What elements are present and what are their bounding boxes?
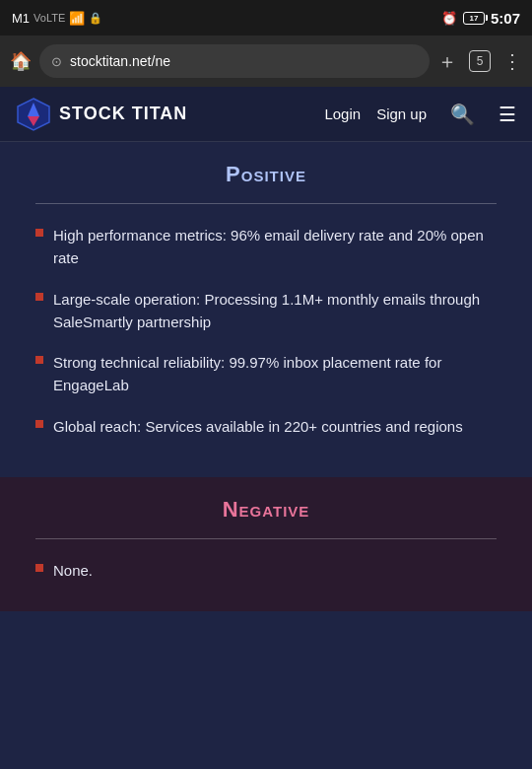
home-icon[interactable]: 🏠 <box>10 50 32 72</box>
signal-icon: 📶 <box>69 11 85 26</box>
positive-divider <box>35 203 497 204</box>
carrier-text: M1 <box>12 11 30 26</box>
positive-item-2: Large-scale operation: Processing 1.1M+ … <box>53 288 497 334</box>
list-item: Strong technical reliability: 99.97% inb… <box>35 351 497 397</box>
negative-divider <box>35 538 497 539</box>
negative-section: Negative None. <box>0 477 532 611</box>
logo-icon <box>16 97 51 132</box>
site-header: STOCK TITAN Login Sign up 🔍 ☰ <box>0 87 532 142</box>
login-link[interactable]: Login <box>324 105 361 122</box>
positive-list: High performance metrics: 96% email deli… <box>35 224 497 438</box>
time-display: 5:07 <box>491 10 520 27</box>
negative-item-1: None. <box>53 559 93 582</box>
nav-links: Login Sign up 🔍 ☰ <box>324 103 516 126</box>
browser-actions: ＋ 5 ⋮ <box>437 48 522 75</box>
browser-bar: 🏠 ⊙ stocktitan.net/ne ＋ 5 ⋮ <box>0 35 532 87</box>
bullet-icon <box>35 564 43 572</box>
tab-count[interactable]: 5 <box>469 50 491 72</box>
menu-icon[interactable]: ☰ <box>499 103 516 126</box>
bullet-icon <box>35 293 43 301</box>
bullet-icon <box>35 420 43 428</box>
main-content: Positive High performance metrics: 96% e… <box>0 142 532 769</box>
positive-item-3: Strong technical reliability: 99.97% inb… <box>53 351 497 397</box>
status-bar: M1 VoLTE 📶 🔒 ⏰ 17 5:07 <box>0 0 532 35</box>
positive-item-4: Global reach: Services available in 220+… <box>53 415 463 438</box>
logo-container: STOCK TITAN <box>16 97 324 132</box>
list-item: Large-scale operation: Processing 1.1M+ … <box>35 288 497 334</box>
new-tab-icon[interactable]: ＋ <box>437 48 457 75</box>
list-item: High performance metrics: 96% email deli… <box>35 224 497 270</box>
address-bar[interactable]: ⊙ stocktitan.net/ne <box>39 44 430 78</box>
status-left: M1 VoLTE 📶 🔒 <box>12 11 102 26</box>
list-item: Global reach: Services available in 220+… <box>35 415 497 438</box>
search-icon[interactable]: 🔍 <box>450 103 475 126</box>
positive-section-title: Positive <box>35 162 497 187</box>
alarm-icon: ⏰ <box>441 11 457 26</box>
negative-list: None. <box>35 559 497 582</box>
bullet-icon <box>35 229 43 237</box>
network-text: VoLTE <box>33 12 65 24</box>
bullet-icon <box>35 356 43 364</box>
more-options-icon[interactable]: ⋮ <box>502 49 522 73</box>
battery-indicator: 17 <box>463 12 485 25</box>
signup-link[interactable]: Sign up <box>376 105 427 122</box>
data-icon: 🔒 <box>89 12 102 25</box>
negative-section-title: Negative <box>35 497 497 523</box>
positive-section: Positive High performance metrics: 96% e… <box>0 142 532 477</box>
site-icon: ⊙ <box>51 54 62 69</box>
status-right: ⏰ 17 5:07 <box>441 10 520 27</box>
list-item: None. <box>35 559 497 582</box>
positive-item-1: High performance metrics: 96% email deli… <box>53 224 497 270</box>
url-text: stocktitan.net/ne <box>70 53 170 69</box>
logo-text: STOCK TITAN <box>59 104 187 124</box>
